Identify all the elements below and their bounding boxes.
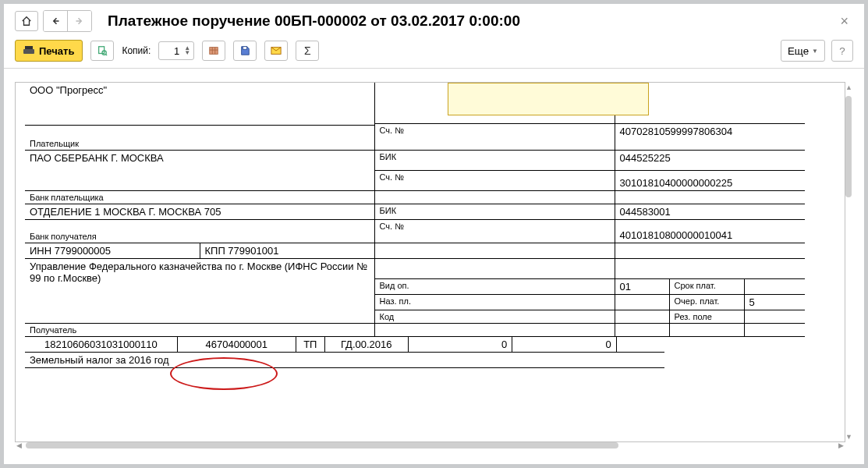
more-button[interactable]: Еще ▼ <box>781 40 825 62</box>
naz-label: Наз. пл. <box>380 296 412 306</box>
title-bar: Платежное поручение 00БП-000002 от 03.02… <box>4 4 864 37</box>
srok-label: Срок плат. <box>675 281 716 290</box>
payer-acc: 40702810599997806304 <box>620 126 733 137</box>
sum-button[interactable]: Σ <box>296 41 319 61</box>
code-c3: ТП <box>303 339 317 350</box>
acc-label-2: Сч. № <box>380 172 404 182</box>
grid-icon <box>208 45 219 56</box>
payer-bank: ПАО СБЕРБАНК Г. МОСКВА <box>30 152 370 164</box>
red-highlight-circle <box>170 357 278 390</box>
floppy-icon <box>239 45 250 56</box>
vid-op: 01 <box>620 281 631 292</box>
document: ООО "Прогресс" Сч. № 4070281059999780630… <box>16 83 827 368</box>
copies-input[interactable]: 1 ▲▼ <box>158 41 194 60</box>
svg-rect-3 <box>243 47 247 50</box>
forward-button[interactable] <box>68 11 91 31</box>
copies-label: Копий: <box>122 45 151 56</box>
app-window: Платежное поручение 00БП-000002 от 03.02… <box>0 0 868 468</box>
code-c5: 0 <box>501 339 507 350</box>
sigma-icon: Σ <box>304 44 311 57</box>
print-label: Печать <box>39 45 74 57</box>
preview-icon <box>97 45 108 56</box>
scrollbar-thumb-v[interactable] <box>845 96 852 197</box>
highlight-box <box>448 83 649 115</box>
payer-label: Плательщик <box>30 139 79 148</box>
document-viewport[interactable]: ООО "Прогресс" Сч. № 4070281059999780630… <box>15 82 845 442</box>
arrow-right-icon <box>75 16 84 26</box>
scrollbar-thumb-h[interactable] <box>26 442 618 448</box>
window-title: Платежное поручение 00БП-000002 от 03.02… <box>108 12 520 30</box>
ocher: 5 <box>749 296 755 308</box>
back-button[interactable] <box>44 11 67 31</box>
bik-label-1: БИК <box>380 152 397 161</box>
vertical-scrollbar[interactable]: ▲ ▼ <box>845 82 853 442</box>
save-button[interactable] <box>233 41 257 61</box>
rez-label: Рез. поле <box>675 312 712 321</box>
svg-rect-0 <box>99 47 105 54</box>
home-button[interactable] <box>15 11 38 31</box>
close-button[interactable]: × <box>835 12 853 31</box>
payer-name: ООО "Прогресс" <box>30 84 370 96</box>
payee-acc: 40101810800000010041 <box>620 229 733 241</box>
home-icon <box>21 16 32 27</box>
nav-group <box>43 10 92 32</box>
preview-button[interactable] <box>90 41 114 61</box>
bik-label-2: БИК <box>380 206 397 215</box>
purpose: Земельный налог за 2016 год <box>30 354 169 366</box>
payer-bank-label: Банк плательщика <box>30 193 104 202</box>
payee-name: Управление Федерального казначейства по … <box>30 261 370 300</box>
payee-bank: ОТДЕЛЕНИЕ 1 МОСКВА Г. МОСКВА 705 <box>30 206 370 218</box>
inn: ИНН 7799000005 <box>30 245 111 257</box>
kpp: КПП 779901001 <box>205 245 279 257</box>
print-button[interactable]: Печать <box>15 40 83 62</box>
acc-label-1: Сч. № <box>380 126 404 135</box>
code-c6: 0 <box>606 339 611 350</box>
toolbar: Печать Копий: 1 ▲▼ Σ Еще ▼ ? <box>4 37 864 69</box>
envelope-icon <box>271 46 282 55</box>
copies-stepper[interactable]: ▲▼ <box>184 46 190 55</box>
payee-label: Получатель <box>30 325 76 335</box>
svg-rect-2 <box>210 48 218 55</box>
vid-op-label: Вид оп. <box>380 281 409 290</box>
chevron-down-icon: ▼ <box>812 48 818 55</box>
payer-bank-acc: 30101810400000000225 <box>620 177 733 189</box>
code-c4: ГД.00.2016 <box>341 339 392 350</box>
help-button[interactable]: ? <box>831 40 853 62</box>
more-label: Еще <box>788 45 809 57</box>
payee-bank-label: Банк получателя <box>30 232 97 241</box>
kod-label: Код <box>380 312 395 321</box>
payee-bik: 044583001 <box>620 206 671 218</box>
printer-icon <box>23 46 34 55</box>
arrow-left-icon <box>51 16 60 26</box>
grid-settings-button[interactable] <box>202 41 225 61</box>
acc-label-3: Сч. № <box>380 222 404 231</box>
code-c1: 18210606031031000110 <box>44 339 158 350</box>
ocher-label: Очер. плат. <box>675 296 720 306</box>
payer-bik: 044525225 <box>620 152 671 164</box>
code-c2: 46704000001 <box>206 339 268 350</box>
copies-value: 1 <box>167 45 179 57</box>
email-button[interactable] <box>264 41 288 61</box>
horizontal-scrollbar[interactable]: ◀ ▶ <box>15 442 845 450</box>
